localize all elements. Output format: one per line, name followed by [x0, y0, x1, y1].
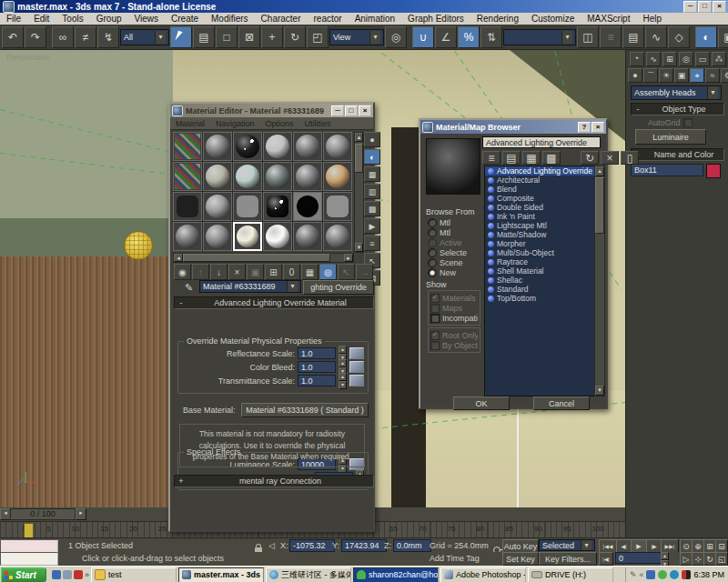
scroll-thumb[interactable] [355, 144, 363, 173]
options-icon[interactable]: ≡ [364, 236, 380, 251]
start-button[interactable]: Start [1, 567, 46, 582]
material-sample-slot[interactable] [293, 192, 322, 221]
menu-item[interactable]: Character [255, 14, 308, 24]
minimize-button[interactable]: ─ [683, 1, 697, 13]
spinner-snap-icon[interactable]: ⇅ [480, 26, 502, 48]
material-sample-slot[interactable] [293, 222, 322, 251]
menu-item[interactable]: Help [636, 14, 668, 24]
advanced-lighting-rollout[interactable]: - Advanced Lighting Override Material [174, 296, 374, 309]
key-selection-dropdown[interactable]: Selected▾ [539, 539, 595, 551]
category-systems-icon[interactable]: ⚙ [721, 68, 728, 83]
make-preview-icon[interactable]: ▶ [364, 218, 380, 234]
scroll-down-icon[interactable]: ▾ [355, 243, 363, 252]
tab-hierarchy-icon[interactable]: ⊞ [662, 52, 677, 66]
zoom-all-icon[interactable]: ⊕ [692, 539, 704, 553]
spin-down-icon[interactable]: ▾ [339, 381, 347, 389]
schematic-view-icon[interactable]: ◇ [668, 26, 690, 48]
y-coordinate-field[interactable]: 17423.94 [341, 539, 387, 552]
chevron-down-icon[interactable]: ▾ [155, 31, 166, 44]
curve-editor-icon[interactable]: ∿ [645, 26, 667, 48]
unlink-icon[interactable]: ≠ [75, 26, 96, 48]
go-to-end-button[interactable]: ▶▶| [661, 539, 679, 553]
material-sample-slot[interactable] [233, 132, 262, 161]
eyedropper-icon[interactable]: ✎ [185, 282, 193, 294]
select-object-icon[interactable] [170, 26, 192, 48]
browse-from-radio[interactable]: Active [428, 237, 479, 247]
pan-icon[interactable]: ⊹ [692, 552, 704, 566]
view-large-icons-icon[interactable]: ▩ [542, 151, 561, 165]
help-button[interactable]: ? [578, 122, 591, 133]
category-shapes-icon[interactable]: ⌒ [643, 68, 658, 83]
maximize-button[interactable]: □ [345, 105, 358, 116]
menu-item[interactable]: Utilities [299, 119, 337, 128]
luminaire-button[interactable]: Luminaire [635, 129, 706, 145]
assign-to-selection-icon[interactable]: ↓ [210, 264, 228, 280]
select-by-name-icon[interactable]: ▤ [193, 26, 215, 48]
range-right-icon[interactable]: ▸ [76, 508, 86, 520]
material-type-item[interactable]: Multi/Sub-Object [485, 248, 594, 257]
category-geometry-icon[interactable]: ● [628, 68, 642, 83]
show-end-result-icon[interactable]: ◎ [319, 264, 337, 280]
view-list-icons-icon[interactable]: ▤ [502, 151, 521, 165]
auto-key-button[interactable]: Auto Key [502, 539, 539, 553]
material-type-item[interactable]: Shellac [485, 276, 594, 285]
show-map-icon[interactable]: ▦ [301, 264, 318, 280]
render-scene-icon[interactable]: ▣ [718, 26, 728, 48]
parameter-value-field[interactable]: 1.0 [298, 361, 336, 373]
material-type-item[interactable]: Advanced Lighting Override [485, 166, 594, 176]
material-type-item[interactable]: Composite [485, 194, 594, 203]
minimize-button[interactable]: ─ [331, 105, 344, 116]
field-of-view-icon[interactable]: ▷ [680, 552, 693, 566]
tray-app-icon[interactable] [670, 570, 679, 579]
mental-ray-rollout[interactable]: + mental ray Connection [174, 475, 374, 487]
cancel-button[interactable]: Cancel [533, 396, 590, 410]
sample-tiling-icon[interactable]: ▥ [364, 184, 380, 199]
put-to-scene-icon[interactable]: ↑ [192, 264, 209, 280]
map-button[interactable] [349, 375, 364, 386]
menu-item[interactable]: MAXScript [581, 14, 636, 24]
menu-item[interactable]: Graph Editors [401, 14, 470, 24]
go-forward-icon[interactable]: → [356, 264, 373, 280]
percent-snap-icon[interactable]: % [458, 26, 480, 48]
ok-button[interactable]: OK [453, 396, 510, 410]
material-sample-slot[interactable] [263, 192, 292, 221]
category-spacewarps-icon[interactable]: ≈ [705, 68, 720, 83]
close-button[interactable]: × [359, 105, 371, 116]
mirror-icon[interactable]: ◫ [577, 26, 599, 48]
taskbar-item[interactable]: Adobe Photoshop - [2... [440, 567, 526, 582]
material-id-icon[interactable]: 0 [283, 264, 300, 280]
go-to-start-button[interactable]: |◀◀ [599, 539, 617, 553]
scroll-right-icon[interactable]: ▸ [344, 254, 353, 262]
menu-item[interactable]: Group [90, 14, 128, 24]
layer-manager-icon[interactable]: ▤ [622, 26, 644, 48]
taskbar-item[interactable]: DRIVE (H:) [528, 567, 613, 582]
collapse-icon[interactable]: - [632, 105, 644, 114]
min-max-toggle-icon[interactable]: ◱ [715, 552, 728, 566]
quick-launch-more-icon[interactable]: » [85, 570, 89, 579]
taskbar-item[interactable]: master.max - 3ds m... [178, 567, 264, 582]
set-key-button[interactable]: Set Key [502, 552, 539, 566]
material-sample-slot[interactable] [293, 162, 322, 191]
material-sample-slot[interactable] [173, 132, 202, 161]
taskbar-item[interactable]: sharon82chan@hotmail... [353, 567, 439, 582]
crossing-selection-icon[interactable]: ⊠ [238, 26, 260, 48]
rectangular-region-icon[interactable]: □ [216, 26, 238, 48]
menu-item[interactable]: Material [170, 119, 210, 128]
chevron-down-icon[interactable]: ▾ [561, 31, 572, 44]
material-sample-slot[interactable] [203, 192, 232, 221]
spin-up-icon[interactable]: ▴ [339, 346, 347, 354]
menu-item[interactable]: reactor [308, 14, 349, 24]
view-small-icons-icon[interactable]: ▦ [522, 151, 541, 165]
material-sample-slot[interactable] [173, 222, 202, 251]
light-gizmo-sphere[interactable] [124, 231, 153, 260]
close-button[interactable]: × [592, 122, 604, 133]
show-checkbox[interactable]: Incompatib [430, 313, 478, 323]
angle-snap-icon[interactable]: ∠ [435, 26, 457, 48]
get-material-icon[interactable]: ◉ [174, 264, 191, 280]
key-filters-button[interactable]: Key Filters... [539, 552, 597, 566]
chevron-down-icon[interactable]: ▾ [707, 86, 718, 99]
material-type-list[interactable]: Advanced Lighting OverrideArchitecturalB… [484, 166, 595, 396]
zoom-extents-icon[interactable]: ⊞ [703, 539, 716, 553]
menu-item[interactable]: Create [165, 14, 205, 24]
browser-title-bar[interactable]: Material/Map Browser ? × [420, 120, 606, 134]
